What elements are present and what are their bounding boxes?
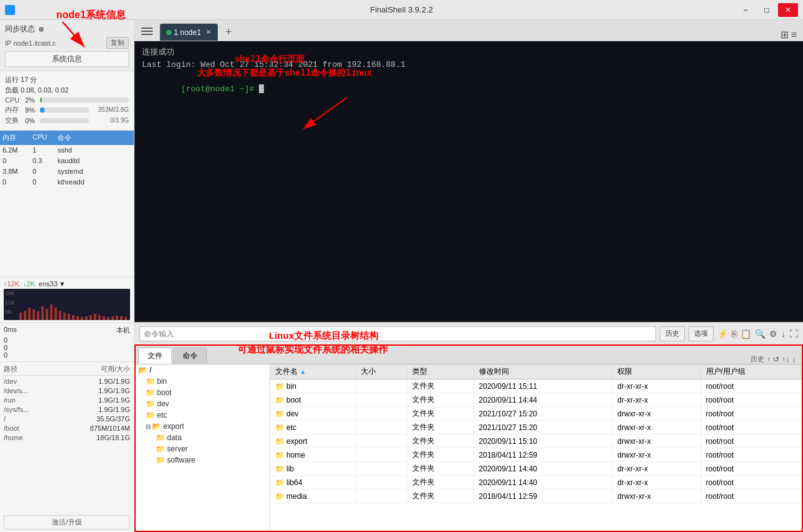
close-button[interactable]: ✕ <box>778 3 798 17</box>
tree-item-boot[interactable]: 📁 boot <box>136 387 270 398</box>
sys-info-button[interactable]: 系统信息 <box>5 51 129 67</box>
file-mtime-cell: 2018/04/11 12:59 <box>473 448 612 462</box>
file-perm-cell: drwxr-xr-x <box>612 421 700 434</box>
svg-rect-23 <box>103 316 105 320</box>
terminal-area[interactable]: 连接成功 Last login: Wed Oct 27 15:32:34 202… <box>134 41 803 322</box>
file-nav-refresh-icon[interactable]: ↺ <box>773 355 779 364</box>
col-owner[interactable]: 用户/用户组 <box>700 364 801 379</box>
command-input[interactable] <box>139 326 656 341</box>
process-row[interactable]: 6.2M 1 sshd <box>0 145 134 156</box>
activate-button[interactable]: 激活/升级 <box>4 515 130 529</box>
file-table-row[interactable]: 📁media 文件夹 2018/04/11 12:59 drwxr-xr-x r… <box>270 489 802 503</box>
proc-mem: 0 <box>0 156 30 165</box>
col-type[interactable]: 类型 <box>407 364 473 379</box>
list-view-icon[interactable]: ≡ <box>791 29 797 41</box>
mem-size-label: 353M/3.8G <box>91 106 129 113</box>
disk-row: /dev 1.9G/1.9G <box>4 377 130 386</box>
file-owner-cell: root/root <box>700 434 801 448</box>
svg-rect-26 <box>116 316 118 320</box>
col-size[interactable]: 大小 <box>355 364 407 379</box>
svg-rect-10 <box>46 309 48 320</box>
copy-ip-button[interactable]: 复制 <box>106 37 129 49</box>
tree-item-root[interactable]: 📂 / <box>136 364 270 376</box>
options-button[interactable]: 选项 <box>689 326 714 341</box>
process-row[interactable]: 0 0.3 kauditd <box>0 156 134 166</box>
search-icon[interactable]: 🔍 <box>755 329 765 339</box>
mem-row: 内存 9% 353M/3.8G <box>5 105 129 114</box>
file-table-row[interactable]: 📁boot 文件夹 2020/09/11 14:44 dr-xr-xr-x ro… <box>270 393 802 407</box>
download-icon[interactable]: ↓ <box>781 329 785 339</box>
file-table-row[interactable]: 📁lib64 文件夹 2020/09/11 14:40 dr-xr-xr-x r… <box>270 476 802 489</box>
sync-status-row: 同步状态 <box>5 24 129 34</box>
clipboard-copy-icon[interactable]: ⎘ <box>732 329 737 339</box>
sidebar-toggle-button[interactable] <box>137 23 157 41</box>
cpu-label: CPU <box>5 96 23 104</box>
tree-item-export[interactable]: ⊟ 📂 export <box>136 421 270 432</box>
file-nav-down-icon[interactable]: ↓ <box>792 355 795 364</box>
file-perm-cell: drwxr-xr-x <box>612 448 700 462</box>
tree-item-bin[interactable]: 📁 bin <box>136 376 270 387</box>
tree-item-dev[interactable]: 📁 dev <box>136 398 270 409</box>
file-size-cell <box>355 407 407 421</box>
col-filename[interactable]: 文件名 ▲ <box>270 364 355 379</box>
cpu-row: CPU 2% <box>5 96 129 104</box>
file-name-cell: 📁lib64 <box>270 476 355 489</box>
file-folder-icon: 📁 <box>275 423 285 432</box>
swap-size-label: 0/3.9G <box>91 117 129 124</box>
svg-rect-11 <box>50 304 53 320</box>
lightning-icon[interactable]: ⚡ <box>717 329 728 339</box>
process-row[interactable]: 3.8M 0 systemd <box>0 166 134 177</box>
col-perm[interactable]: 权限 <box>612 364 700 379</box>
svg-rect-19 <box>85 316 88 320</box>
tree-item-label: / <box>149 366 151 374</box>
tab-bar: 1 node1 ✕ + ⊞ ≡ <box>134 20 803 41</box>
maximize-button[interactable]: □ <box>757 3 777 17</box>
history-button[interactable]: 历史 <box>660 326 685 341</box>
tab-files[interactable]: 文件 <box>138 348 172 364</box>
process-row[interactable]: 0 0 kthreadd <box>0 177 134 188</box>
tree-item-software[interactable]: 📁 software <box>136 454 270 466</box>
tree-item-etc[interactable]: 📁 etc <box>136 409 270 421</box>
minimize-button[interactable]: − <box>735 3 755 17</box>
title-bar: FinalShell 3.9.2.2 − □ ✕ <box>0 0 803 20</box>
file-table-row[interactable]: 📁bin 文件夹 2020/09/11 15:11 dr-xr-xr-x roo… <box>270 379 802 393</box>
file-table-row[interactable]: 📁dev 文件夹 2021/10/27 15:20 drwxr-xr-x roo… <box>270 407 802 421</box>
file-table-row[interactable]: 📁export 文件夹 2020/09/11 15:10 drwxr-xr-x … <box>270 434 802 448</box>
clipboard-paste-icon[interactable]: 📋 <box>740 329 751 339</box>
svg-rect-29 <box>141 28 153 29</box>
file-folder-icon: 📁 <box>275 492 285 501</box>
tree-item-data[interactable]: 📁 data <box>136 432 270 443</box>
window-controls: − □ ✕ <box>735 3 798 17</box>
file-nav-up-icon[interactable]: ↑ <box>767 355 770 364</box>
grid-view-icon[interactable]: ⊞ <box>780 29 789 41</box>
file-owner-cell: root/root <box>700 462 801 476</box>
file-list-area[interactable]: 文件名 ▲ 大小 类型 修改时间 权限 用户/用户组 📁bin 文件夹 2020 <box>270 364 802 531</box>
system-stats: 运行 17 分 负载 0.08, 0.03, 0.02 CPU 2% 内存 9%… <box>0 71 134 131</box>
disk-section: 路径 可用/大小 /dev 1.9G/1.9G /dev/s... 1.9G/1… <box>0 362 134 513</box>
settings-icon[interactable]: ⚙ <box>769 329 777 339</box>
file-table-row[interactable]: 📁etc 文件夹 2021/10/27 15:20 drwxr-xr-x roo… <box>270 421 802 434</box>
file-owner-cell: root/root <box>700 379 801 393</box>
disk-header: 路径 可用/大小 <box>4 364 130 376</box>
file-mtime-cell: 2020/09/11 14:40 <box>473 476 612 489</box>
proc-cpu: 1 <box>30 146 55 154</box>
disk-col-path-header: 路径 <box>4 364 78 374</box>
tree-item-server[interactable]: 📁 server <box>136 443 270 454</box>
fullscreen-icon[interactable]: ⛶ <box>789 329 798 339</box>
file-type-cell: 文件夹 <box>407 489 473 503</box>
tab-node1[interactable]: 1 node1 ✕ <box>159 23 218 41</box>
proc-cmd: systemd <box>55 167 134 176</box>
col-mtime[interactable]: 修改时间 <box>473 364 612 379</box>
file-size-cell <box>355 421 407 434</box>
tab-close-icon[interactable]: ✕ <box>206 28 211 36</box>
file-table-row[interactable]: 📁home 文件夹 2018/04/11 12:59 drwxr-xr-x ro… <box>270 448 802 462</box>
file-folder-icon: 📁 <box>275 396 285 404</box>
tab-commands[interactable]: 命令 <box>173 348 207 364</box>
file-nav-updown-icon[interactable]: ↑↓ <box>782 355 789 364</box>
file-panel: 文件 命令 历史 ↑ ↺ ↑↓ ↓ 📂 / <box>134 344 803 532</box>
file-owner-cell: root/root <box>700 448 801 462</box>
add-tab-button[interactable]: + <box>220 23 237 41</box>
file-table-header-row: 文件名 ▲ 大小 类型 修改时间 权限 用户/用户组 <box>270 364 802 379</box>
file-tab-bar: 文件 命令 历史 ↑ ↺ ↑↓ ↓ <box>136 346 802 364</box>
file-table-row[interactable]: 📁lib 文件夹 2020/09/11 14:40 dr-xr-xr-x roo… <box>270 462 802 476</box>
